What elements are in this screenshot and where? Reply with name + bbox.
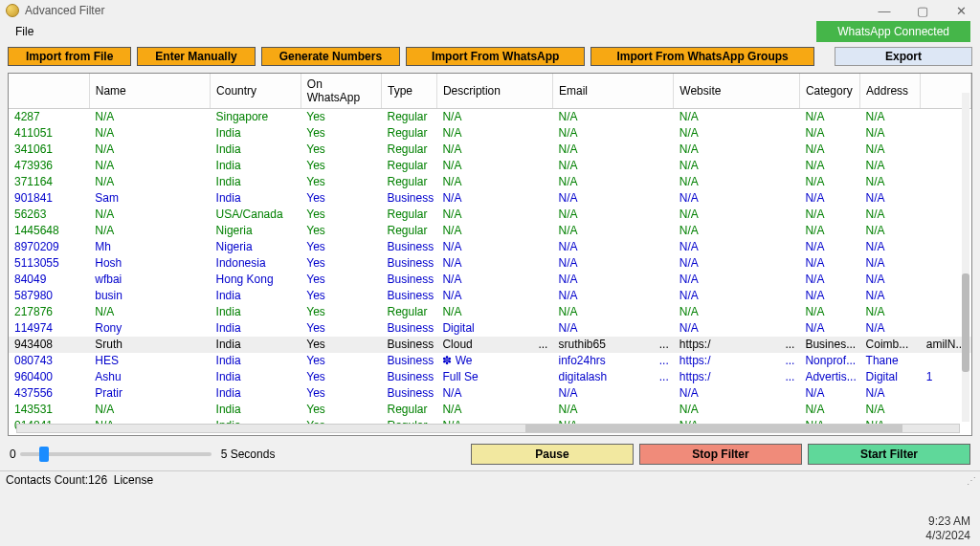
cell-email_ellip: [654, 158, 674, 174]
cell-desc: N/A: [436, 109, 532, 125]
table-row[interactable]: 4287N/ASingaporeYesRegularN/AN/AN/AN/AN/…: [9, 109, 971, 125]
table-row[interactable]: 437556PratirIndiaYesBusinessN/AN/AN/AN/A…: [9, 385, 971, 402]
cell-desc_ellip: [532, 320, 552, 337]
slider-min: 0: [10, 448, 16, 461]
enter-manually-button[interactable]: Enter Manually: [137, 47, 255, 66]
system-tray: 9:23 AM 4/3/2024: [925, 514, 970, 542]
col-email[interactable]: Email: [552, 74, 673, 109]
cell-website: N/A: [674, 385, 780, 402]
table-row[interactable]: 56263N/AUSA/CanadaYesRegularN/AN/AN/AN/A…: [9, 207, 971, 223]
vscroll-thumb[interactable]: [962, 273, 969, 372]
cell-email: N/A: [552, 239, 653, 255]
table-row[interactable]: 901841SamIndiaYesBusinessN/AN/AN/AN/AN/A: [9, 190, 971, 207]
cell-name: N/A: [89, 402, 210, 418]
table-row[interactable]: 411051N/AIndiaYesRegularN/AN/AN/AN/AN/A: [9, 125, 971, 142]
table-row[interactable]: 080743HESIndiaYesBusiness✽ Weinfo24hrs..…: [9, 353, 971, 369]
start-filter-button[interactable]: Start Filter: [808, 444, 970, 465]
cell-email: N/A: [552, 402, 653, 418]
cell-address: N/A: [860, 239, 921, 255]
stop-filter-button[interactable]: Stop Filter: [639, 444, 802, 465]
cell-category: N/A: [799, 304, 859, 320]
app-icon: [6, 4, 19, 17]
table-row[interactable]: 587980businIndiaYesBusinessN/AN/AN/AN/AN…: [9, 288, 971, 304]
cell-on_wa: Yes: [301, 402, 381, 418]
cell-name: Sruth: [89, 337, 210, 353]
cell-email_ellip: [654, 223, 674, 239]
table-row[interactable]: 143531N/AIndiaYesRegularN/AN/AN/AN/AN/A: [9, 402, 971, 418]
cell-address: N/A: [860, 158, 921, 174]
horizontal-scrollbar[interactable]: [16, 424, 960, 433]
cell-desc: N/A: [436, 223, 532, 239]
cell-desc_ellip: [532, 255, 552, 272]
hscroll-thumb[interactable]: [525, 425, 902, 432]
table-row[interactable]: 8970209MhNigeriaYesBusinessN/AN/AN/AN/AN…: [9, 239, 971, 255]
col-name[interactable]: Name: [89, 74, 210, 109]
slider-thumb[interactable]: [39, 447, 49, 462]
data-grid[interactable]: Name Country On WhatsApp Type Descriptio…: [8, 73, 972, 436]
table-row[interactable]: 114974RonyIndiaYesBusinessDigitalN/AN/AN…: [9, 320, 971, 337]
cell-on_wa: Yes: [301, 223, 381, 239]
cell-country: India: [211, 158, 301, 174]
cell-category: N/A: [799, 142, 859, 158]
cell-email: N/A: [552, 109, 653, 125]
table-row[interactable]: 371164N/AIndiaYesRegularN/AN/AN/AN/AN/A: [9, 174, 971, 190]
col-category[interactable]: Category: [799, 74, 859, 109]
table-row[interactable]: 943408SruthIndiaYesBusinessCloud...sruth…: [9, 337, 971, 353]
cell-website: https:/: [674, 369, 780, 385]
col-id[interactable]: [9, 74, 89, 109]
cell-website: N/A: [674, 255, 780, 272]
cell-id: 341061: [9, 142, 89, 158]
cell-type: Business: [382, 255, 437, 272]
table-row[interactable]: 341061N/AIndiaYesRegularN/AN/AN/AN/AN/A: [9, 142, 971, 158]
col-address[interactable]: Address: [860, 74, 921, 109]
pause-button[interactable]: Pause: [471, 444, 634, 465]
table-row[interactable]: 1445648N/ANigeriaYesRegularN/AN/AN/AN/AN…: [9, 223, 971, 239]
cell-country: Singapore: [211, 109, 301, 125]
generate-numbers-button[interactable]: Generate Numbers: [261, 47, 400, 66]
import-from-whatsapp-button[interactable]: Import From WhatsApp: [406, 47, 585, 66]
cell-email: N/A: [552, 174, 653, 190]
import-from-groups-button[interactable]: Import From WhatsApp Groups: [590, 47, 813, 66]
file-menu[interactable]: File: [8, 23, 41, 40]
minimize-button[interactable]: —: [865, 0, 903, 21]
cell-address: N/A: [860, 109, 921, 125]
cell-email: N/A: [552, 272, 653, 288]
cell-on_wa: Yes: [301, 255, 381, 272]
slider-track[interactable]: [20, 452, 212, 456]
cell-website_ellip: ...: [779, 353, 799, 369]
cell-address: N/A: [860, 385, 921, 402]
cell-address: N/A: [860, 272, 921, 288]
import-from-file-button[interactable]: Import from File: [8, 47, 131, 66]
table-row[interactable]: 960400AshuIndiaYesBusinessFull Sedigital…: [9, 369, 971, 385]
cell-country: Indonesia: [211, 255, 301, 272]
license-link[interactable]: License: [114, 473, 153, 487]
cell-category: N/A: [799, 272, 859, 288]
cell-email_ellip: [654, 304, 674, 320]
cell-email: N/A: [552, 385, 653, 402]
col-type[interactable]: Type: [382, 74, 437, 109]
vertical-scrollbar[interactable]: [962, 93, 969, 422]
export-button[interactable]: Export: [835, 47, 972, 66]
close-button[interactable]: ✕: [942, 0, 980, 21]
col-desc[interactable]: Description: [436, 74, 552, 109]
maximize-button[interactable]: ▢: [903, 0, 942, 21]
cell-on_wa: Yes: [301, 142, 381, 158]
cell-website: N/A: [674, 109, 780, 125]
table-row[interactable]: 217876N/AIndiaYesRegularN/AN/AN/AN/AN/A: [9, 304, 971, 320]
cell-desc_ellip: [532, 207, 552, 223]
col-onwa[interactable]: On WhatsApp: [301, 74, 381, 109]
cell-desc_ellip: [532, 402, 552, 418]
cell-id: 56263: [9, 207, 89, 223]
table-row[interactable]: 84049wfbaiHong KongYesBusinessN/AN/AN/AN…: [9, 272, 971, 288]
header-row: Name Country On WhatsApp Type Descriptio…: [9, 74, 971, 109]
table-row[interactable]: 473936N/AIndiaYesRegularN/AN/AN/AN/AN/A: [9, 158, 971, 174]
col-website[interactable]: Website: [674, 74, 800, 109]
cell-website_ellip: [779, 125, 799, 142]
col-country[interactable]: Country: [211, 74, 301, 109]
table-row[interactable]: 5113055HoshIndonesiaYesBusinessN/AN/AN/A…: [9, 255, 971, 272]
cell-website_ellip: [779, 304, 799, 320]
resize-grip-icon[interactable]: ⋰: [967, 475, 974, 486]
cell-email_ellip: [654, 109, 674, 125]
cell-website_ellip: [779, 239, 799, 255]
cell-email_ellip: [654, 385, 674, 402]
